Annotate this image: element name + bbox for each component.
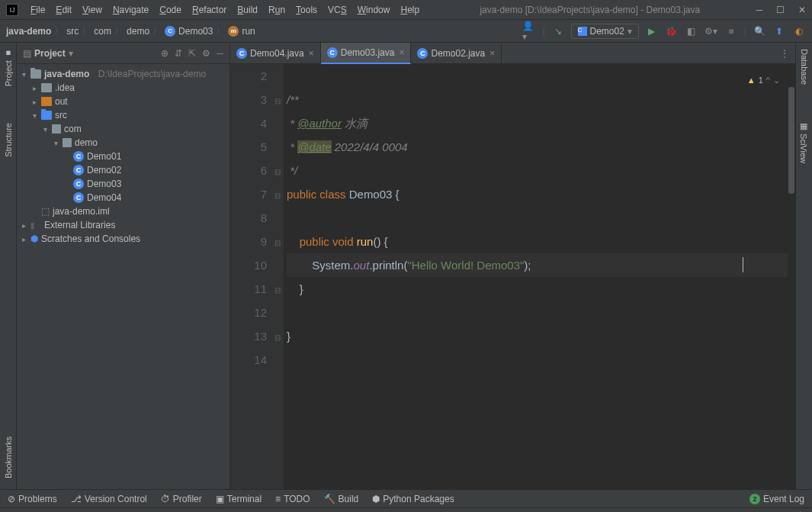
- sidebar-title[interactable]: Project: [34, 48, 66, 59]
- breadcrumb-com[interactable]: com: [94, 26, 111, 37]
- todo-icon: ≡: [275, 494, 281, 504]
- vcs-icon: ⎇: [71, 494, 82, 504]
- tree-scratches[interactable]: ▸⬢ Scratches and Consoles: [17, 232, 229, 246]
- breadcrumb-class[interactable]: Demo03: [178, 26, 213, 37]
- code-editor[interactable]: 2 3 4 5 6 7 8 9 10 11 12 13 14 ⊟ ⊟ ⊟ ⊟ ⊟…: [230, 64, 795, 489]
- editor-scrollbar[interactable]: [788, 64, 795, 489]
- menu-tools[interactable]: Tools: [291, 3, 322, 17]
- close-tab-icon[interactable]: ×: [489, 48, 495, 59]
- menu-refactor[interactable]: Refactor: [188, 3, 231, 17]
- collapse-all-icon[interactable]: ⇱: [188, 48, 196, 59]
- class-icon: C: [73, 192, 84, 203]
- folder-icon: [41, 111, 52, 120]
- ide-features-button[interactable]: ◐: [792, 24, 806, 38]
- menu-view[interactable]: View: [78, 3, 107, 17]
- file-icon: ⬚: [41, 206, 50, 217]
- window-title: java-demo [D:\IdeaProjects\java-demo] - …: [424, 5, 756, 15]
- debug-button[interactable]: 🐞: [665, 24, 679, 38]
- build-icon: 🔨: [324, 494, 335, 504]
- menu-run[interactable]: Run: [264, 3, 290, 17]
- tree-class-demo02[interactable]: C Demo02: [17, 163, 229, 177]
- menu-file[interactable]: File: [26, 3, 50, 17]
- fold-column[interactable]: ⊟ ⊟ ⊟ ⊟ ⊟ ⊟: [273, 64, 284, 489]
- stop-button[interactable]: ■: [724, 24, 738, 38]
- minimize-button[interactable]: ─: [756, 5, 762, 15]
- tree-demo-package[interactable]: ▾ demo: [17, 136, 229, 150]
- menu-edit[interactable]: Edit: [51, 3, 76, 17]
- project-tool-tab[interactable]: Project ■: [2, 46, 14, 89]
- python-icon: ⬢: [372, 494, 380, 504]
- sciview-tool-tab[interactable]: ▦ SciView: [798, 118, 810, 166]
- breadcrumb-src[interactable]: src: [66, 26, 79, 37]
- menu-code[interactable]: Code: [155, 3, 186, 17]
- breadcrumb-method[interactable]: run: [242, 26, 255, 37]
- close-tab-icon[interactable]: ×: [309, 48, 314, 59]
- method-icon: m: [228, 26, 239, 37]
- menu-help[interactable]: Help: [396, 3, 424, 17]
- problems-icon: ⊘: [8, 494, 15, 504]
- library-icon: ⫴: [30, 221, 41, 230]
- tab-demo03[interactable]: C Demo03.java ×: [321, 43, 412, 64]
- tree-class-demo04[interactable]: C Demo04: [17, 191, 229, 204]
- close-tab-icon[interactable]: ×: [399, 47, 404, 58]
- run-config-name: Demo02: [590, 26, 624, 37]
- line-gutter: 2 3 4 5 6 7 8 9 10 11 12 13 14: [230, 64, 273, 489]
- todo-tool[interactable]: ≡TODO: [275, 494, 310, 504]
- terminal-tool[interactable]: ▣Terminal: [216, 494, 262, 504]
- search-button[interactable]: 🔍: [753, 24, 766, 38]
- tree-external-libs[interactable]: ▸⫴ External Libraries: [17, 218, 229, 232]
- tab-demo02[interactable]: C Demo02.java ×: [411, 43, 502, 64]
- database-tool-tab[interactable]: Database: [798, 46, 810, 88]
- profiler-icon: ⏱: [161, 494, 170, 504]
- menu-vcs[interactable]: VCS: [323, 3, 351, 17]
- hide-icon[interactable]: ─: [217, 48, 223, 59]
- tree-src-folder[interactable]: ▾ src: [17, 108, 229, 122]
- build-tool[interactable]: 🔨Build: [324, 494, 359, 504]
- tree-idea-folder[interactable]: ▸ .idea: [17, 81, 229, 95]
- python-packages-tool[interactable]: ⬢Python Packages: [372, 494, 454, 504]
- run-config-selector[interactable]: C Demo02 ▾: [571, 24, 639, 39]
- problems-tool[interactable]: ⊘Problems: [8, 494, 57, 504]
- folder-icon: [41, 83, 52, 92]
- tree-project-root[interactable]: ▾ java-demo D:\IdeaProjects\java-demo: [17, 67, 229, 81]
- scratches-icon: ⬢: [30, 233, 38, 244]
- version-control-tool[interactable]: ⎇Version Control: [71, 494, 147, 504]
- inspection-badge[interactable]: ▲ 1 ^⌄: [747, 69, 780, 92]
- scrollbar-thumb[interactable]: [788, 87, 794, 194]
- breadcrumb-demo[interactable]: demo: [127, 26, 149, 37]
- maximize-button[interactable]: ☐: [776, 5, 785, 15]
- event-log-tool[interactable]: 2 Event Log: [749, 494, 804, 504]
- package-icon: [63, 138, 72, 147]
- add-config-icon[interactable]: 👤▾: [522, 24, 536, 38]
- menu-window[interactable]: Window: [353, 3, 395, 17]
- expand-all-icon[interactable]: ⇵: [175, 48, 182, 59]
- menu-navigate[interactable]: Navigate: [108, 3, 153, 17]
- editor-tabs: C Demo04.java × C Demo03.java × C Demo02…: [230, 43, 795, 64]
- text-cursor: [743, 257, 743, 272]
- package-icon: [52, 124, 61, 134]
- update-button[interactable]: ⬆: [772, 24, 786, 38]
- profiler-tool[interactable]: ⏱Profiler: [161, 494, 202, 504]
- select-opened-icon[interactable]: ⊕: [161, 48, 168, 59]
- profile-button[interactable]: ⚙▾: [704, 24, 718, 38]
- run-button[interactable]: ▶: [645, 24, 659, 38]
- bookmarks-tool-tab[interactable]: Bookmarks: [2, 433, 14, 481]
- class-icon: C: [73, 151, 84, 162]
- tabs-more-icon[interactable]: ⋮: [774, 48, 795, 59]
- menu-build[interactable]: Build: [233, 3, 262, 17]
- tab-demo04[interactable]: C Demo04.java ×: [230, 43, 321, 64]
- tree-class-demo03[interactable]: C Demo03: [17, 177, 229, 191]
- warning-icon: ▲: [747, 69, 756, 92]
- tree-com-package[interactable]: ▾ com: [17, 122, 229, 136]
- coverage-button[interactable]: ◧: [685, 24, 698, 38]
- event-count-badge: 2: [749, 494, 760, 504]
- close-button[interactable]: ✕: [798, 5, 806, 15]
- tree-iml-file[interactable]: ⬚ java-demo.iml: [17, 204, 229, 218]
- settings-icon[interactable]: ⚙: [202, 48, 210, 59]
- folder-icon: [41, 97, 52, 106]
- structure-tool-tab[interactable]: Structure: [2, 120, 14, 160]
- tree-class-demo01[interactable]: C Demo01: [17, 150, 229, 163]
- breadcrumb-root[interactable]: java-demo: [6, 26, 51, 37]
- build-icon[interactable]: ↘: [551, 24, 565, 38]
- tree-out-folder[interactable]: ▸ out: [17, 95, 229, 108]
